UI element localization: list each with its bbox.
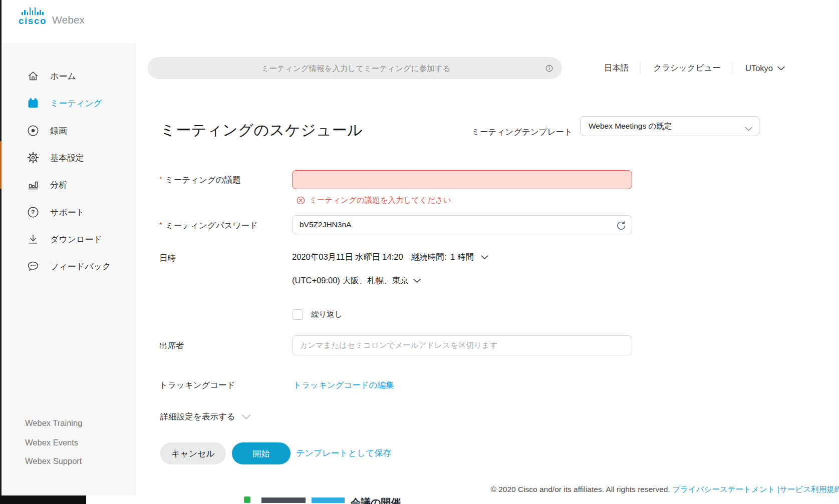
privacy-statement-link[interactable]: プライバシーステートメント [672, 485, 775, 493]
password-input[interactable] [292, 215, 632, 234]
link-webex-support[interactable]: Webex Support [25, 456, 82, 466]
recurrence-label: 繰り返し [311, 309, 343, 320]
user-menu[interactable]: UTokyo [745, 64, 785, 73]
regenerate-password-icon[interactable] [615, 219, 626, 230]
sidebar-item-support[interactable]: ? サポート [2, 199, 136, 226]
svg-text:?: ? [31, 209, 35, 216]
template-dropdown[interactable]: Webex Meetings の既定 [580, 116, 759, 136]
webex-scheduler-page: cisco Webex ホーム ミーティング 録画 基本設定 分析 ? サポート [0, 0, 839, 504]
show-advanced-settings-toggle[interactable]: 詳細設定を表示する [160, 411, 250, 422]
chevron-down-icon [777, 66, 785, 71]
start-button[interactable]: 開始 [232, 442, 291, 464]
copyright-text: © 2020 Cisco and/or its affiliates. All … [490, 485, 672, 493]
sidebar-item-label: 基本設定 [50, 152, 84, 164]
download-icon [27, 233, 40, 246]
duration-label: 継続時間: [411, 252, 447, 263]
top-navigation: 日本語 クラシックビュー UTokyo [604, 57, 785, 79]
template-value: Webex Meetings の既定 [589, 121, 672, 132]
divider [733, 63, 733, 74]
sidebar-item-home[interactable]: ホーム [2, 63, 136, 90]
chevron-down-icon [481, 255, 488, 259]
info-icon[interactable] [544, 64, 554, 73]
bar-chart-icon [27, 178, 40, 191]
datetime-value: 2020年03月11日 水曜日 14:20 [292, 252, 403, 263]
chevron-down-icon [413, 279, 421, 283]
webex-wordmark: Webex [52, 15, 85, 26]
sidebar-item-meetings[interactable]: ミーティング [2, 90, 136, 117]
sidebar-item-label: フィードバック [50, 261, 111, 272]
home-icon [27, 70, 40, 83]
sidebar-item-recordings[interactable]: 録画 [2, 117, 136, 144]
question-icon: ? [27, 206, 40, 219]
topic-input[interactable] [292, 170, 632, 189]
page-title: ミーティングのスケジュール [160, 120, 363, 141]
sidebar-item-label: 分析 [50, 179, 67, 191]
background-window-text-fragment [261, 497, 306, 503]
sidebar-item-feedback[interactable]: フィードバック [2, 253, 136, 280]
calendar-icon [27, 97, 40, 110]
topic-label: *ミーティングの議題 [159, 175, 241, 186]
cancel-button[interactable]: キャンセル [160, 442, 226, 464]
background-window-green-icon [244, 496, 250, 503]
chevron-down-icon [745, 124, 752, 133]
sidebar-nav: ホーム ミーティング 録画 基本設定 分析 ? サポート ダウンロード フィード [2, 43, 136, 495]
sidebar-item-insights[interactable]: 分析 [2, 171, 136, 198]
topic-error-text: ミーティングの議題を入力してください [309, 195, 451, 206]
cisco-bars-icon [22, 7, 43, 15]
error-icon [297, 196, 305, 205]
sidebar-item-label: サポート [50, 207, 85, 218]
attendees-label: 出席者 [159, 340, 184, 351]
sidebar-item-label: ダウンロード [50, 234, 102, 245]
search-input[interactable] [148, 57, 564, 80]
datetime-row[interactable]: 2020年03月11日 水曜日 14:20 継続時間: 1 時間 [292, 252, 488, 263]
divider [641, 63, 641, 74]
sidebar-item-downloads[interactable]: ダウンロード [2, 226, 136, 253]
chevron-down-icon [242, 414, 250, 419]
duration-value: 1 時間 [450, 252, 474, 263]
background-window-partial-title: 会議の開催 [351, 495, 481, 504]
language-link[interactable]: 日本語 [604, 63, 629, 74]
speech-bubble-icon [27, 260, 40, 273]
topic-error: ミーティングの議題を入力してください [297, 195, 451, 206]
sidebar-item-label: 録画 [50, 125, 67, 137]
timezone-value: (UTC+09:00) 大阪、札幌、東京 [292, 275, 408, 286]
link-webex-events[interactable]: Webex Events [25, 438, 78, 447]
user-name: UTokyo [745, 64, 773, 73]
sidebar-item-label: ミーティング [50, 98, 102, 109]
timezone-row[interactable]: (UTC+09:00) 大阪、札幌、東京 [292, 275, 421, 286]
record-icon [27, 124, 40, 137]
tracking-label: トラッキングコード [159, 380, 235, 391]
cisco-webex-logo: cisco Webex [19, 7, 85, 26]
background-window-fragment [0, 495, 86, 504]
app-header: cisco Webex [2, 0, 839, 43]
background-window-link-fragment [312, 497, 345, 503]
recurrence-checkbox[interactable] [293, 309, 303, 320]
footer-separator: | [775, 485, 779, 493]
required-asterisk: * [159, 175, 162, 183]
advanced-label: 詳細設定を表示する [160, 411, 235, 422]
password-label: *ミーティングパスワード [159, 220, 258, 231]
sidebar-item-preferences[interactable]: 基本設定 [2, 144, 136, 171]
gear-icon [27, 151, 40, 164]
template-label: ミーティングテンプレート [471, 127, 573, 138]
join-meeting-search [148, 57, 562, 79]
footer: © 2020 Cisco and/or its affiliates. All … [490, 484, 839, 495]
terms-of-service-link[interactable]: サービス利用規約 [779, 485, 839, 493]
link-webex-training[interactable]: Webex Training [25, 418, 82, 428]
sidebar-item-label: ホーム [50, 71, 76, 82]
attendees-input[interactable] [292, 335, 632, 355]
cisco-wordmark: cisco [19, 16, 47, 26]
edit-tracking-code-link[interactable]: トラッキングコードの編集 [293, 380, 394, 391]
save-as-template-link[interactable]: テンプレートとして保存 [296, 447, 391, 459]
datetime-label: 日時 [159, 253, 176, 264]
classic-view-link[interactable]: クラシックビュー [653, 63, 721, 74]
required-asterisk: * [159, 220, 162, 229]
